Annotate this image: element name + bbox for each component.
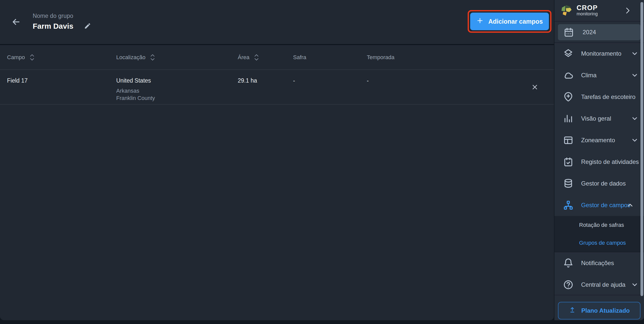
sidebar-item-monitoramento[interactable]: Monitoramento xyxy=(554,43,644,64)
season-selector[interactable]: 2024 xyxy=(558,24,640,40)
add-fields-button[interactable]: Adicionar campos xyxy=(470,13,549,30)
location-county: Franklin County xyxy=(116,94,155,102)
sidebar-item-label: Gestor de campos xyxy=(581,202,630,209)
field-group-panel: Nome do grupo Farm Davis Adicionar campo… xyxy=(0,0,554,320)
sidebar-item-gestor-de-dados[interactable]: Gestor de dados xyxy=(554,173,644,194)
database-icon xyxy=(563,178,574,189)
chevron-down-icon xyxy=(631,115,638,122)
logo-title: CROP xyxy=(577,5,598,11)
chevron-down-icon xyxy=(631,71,638,79)
area-cell: 29.1 ha xyxy=(238,77,257,84)
column-label: Localização xyxy=(116,54,145,61)
pencil-icon xyxy=(84,26,91,30)
sidebar-item-registo-de-atividades[interactable]: Registo de atividades xyxy=(554,151,644,173)
location-cell: United States Arkansas Franklin County xyxy=(116,77,155,102)
add-fields-label: Adicionar campos xyxy=(488,18,543,25)
group-info: Nome do grupo Farm Davis xyxy=(33,13,92,30)
season-selector-wrap: 2024 xyxy=(554,22,644,43)
sitemap-icon xyxy=(563,200,574,210)
back-button[interactable] xyxy=(11,17,22,28)
submenu-item-grupos-de-campos[interactable]: Grupos de campos xyxy=(554,234,644,252)
sidebar-item-central-de-ajuda[interactable]: Central de ajuda xyxy=(554,274,644,296)
column-label: Campo xyxy=(7,54,25,61)
group-name-label: Nome do grupo xyxy=(33,13,92,19)
cloud-icon xyxy=(563,70,574,81)
column-label: Temporada xyxy=(367,54,394,61)
sidebar-item-gestor-de-campos[interactable]: Gestor de campos xyxy=(554,194,644,216)
sort-control-campo[interactable] xyxy=(30,54,34,61)
sidebar-nav: Monitoramento Clima Tarefas de escotei xyxy=(554,43,644,296)
help-circle-icon xyxy=(563,279,574,290)
action-highlight-box: Adicionar campos xyxy=(468,10,551,33)
column-header-temporada: Temporada xyxy=(367,45,394,69)
column-header-campo: Campo xyxy=(7,45,34,69)
plan-button-label: Plano Atualizado xyxy=(581,307,630,314)
sidebar-collapse-button[interactable] xyxy=(623,6,632,16)
sidebar-item-label: Zoneamento xyxy=(581,137,615,144)
sidebar-item-label: Central de ajuda xyxy=(581,281,625,288)
sidebar-item-tarefas-de-escoteiro[interactable]: Tarefas de escoteiro xyxy=(554,86,644,108)
sort-down-icon xyxy=(254,58,259,61)
location-state: Arkansas xyxy=(116,87,155,94)
field-name-cell: Field 17 xyxy=(7,77,28,84)
season-year: 2024 xyxy=(583,29,596,36)
column-header-safra: Safra xyxy=(293,45,306,69)
sidebar-item-label: Monitoramento xyxy=(581,50,621,57)
layers-icon xyxy=(563,48,574,59)
app-logo: CROP monitoring xyxy=(554,0,644,22)
sort-control-localizacao[interactable] xyxy=(150,54,155,61)
chevron-down-icon xyxy=(631,136,638,144)
chevron-down-icon xyxy=(631,281,638,289)
bar-chart-icon xyxy=(563,113,574,124)
sidebar-item-clima[interactable]: Clima xyxy=(554,64,644,86)
remove-field-button[interactable] xyxy=(530,83,539,92)
column-label: Safra xyxy=(293,54,306,61)
safra-cell: - xyxy=(293,77,295,84)
arrow-left-icon xyxy=(11,24,21,28)
sidebar-item-label: Gestor de dados xyxy=(581,180,626,187)
sidebar-item-label: Clima xyxy=(581,72,596,79)
sidebar-item-zoneamento[interactable]: Zoneamento xyxy=(554,129,644,151)
sidebar-item-label: Visão geral xyxy=(581,115,611,122)
upload-icon xyxy=(569,306,576,315)
chevron-right-icon xyxy=(623,12,632,16)
chevron-up-icon xyxy=(626,201,634,209)
submenu-item-rotacao-de-safras[interactable]: Rotação de safras xyxy=(554,216,644,234)
location-country: United States xyxy=(116,77,155,84)
crop-monitoring-logo-icon xyxy=(561,5,573,17)
gestor-de-campos-submenu: Rotação de safras Grupos de campos xyxy=(554,216,644,252)
sort-down-icon xyxy=(30,58,34,61)
layout-icon xyxy=(563,135,574,146)
table-header: Campo Localização Área xyxy=(0,45,554,70)
logo-subtitle: monitoring xyxy=(577,11,598,17)
edit-group-name-button[interactable] xyxy=(84,22,92,30)
bell-icon xyxy=(563,258,574,268)
chevron-down-icon xyxy=(631,50,638,57)
close-icon xyxy=(531,88,539,92)
sort-up-icon xyxy=(254,54,259,57)
sidebar-item-notificacoes[interactable]: Notificações xyxy=(554,252,644,274)
calendar-check-icon xyxy=(563,157,574,167)
sidebar-item-label: Tarefas de escoteiro xyxy=(581,93,635,100)
map-pin-plus-icon xyxy=(563,92,574,102)
sort-down-icon xyxy=(150,58,155,61)
column-header-area: Área xyxy=(238,45,259,69)
plan-section: Plano Atualizado xyxy=(554,295,644,320)
sidebar-item-label: Registo de atividades xyxy=(581,158,639,165)
sidebar-item-visao-geral[interactable]: Visão geral xyxy=(554,108,644,129)
table-row[interactable]: Field 17 United States Arkansas Franklin… xyxy=(0,70,554,104)
sidebar-scrollbar[interactable] xyxy=(640,2,643,296)
plan-upgrade-button[interactable]: Plano Atualizado xyxy=(558,302,640,319)
calendar-icon xyxy=(564,27,574,38)
sidebar-item-label: Notificações xyxy=(581,260,614,267)
sort-control-area[interactable] xyxy=(254,54,259,61)
sort-up-icon xyxy=(150,54,155,57)
column-label: Área xyxy=(238,54,249,61)
column-header-localizacao: Localização xyxy=(116,45,155,69)
sidebar: CROP monitoring 2024 Moni xyxy=(554,0,644,320)
group-name: Farm Davis xyxy=(33,22,73,30)
plus-icon xyxy=(476,17,484,26)
group-header: Nome do grupo Farm Davis Adicionar campo… xyxy=(0,0,554,45)
temporada-cell: - xyxy=(367,77,369,84)
app-root: Nome do grupo Farm Davis Adicionar campo… xyxy=(0,0,644,324)
